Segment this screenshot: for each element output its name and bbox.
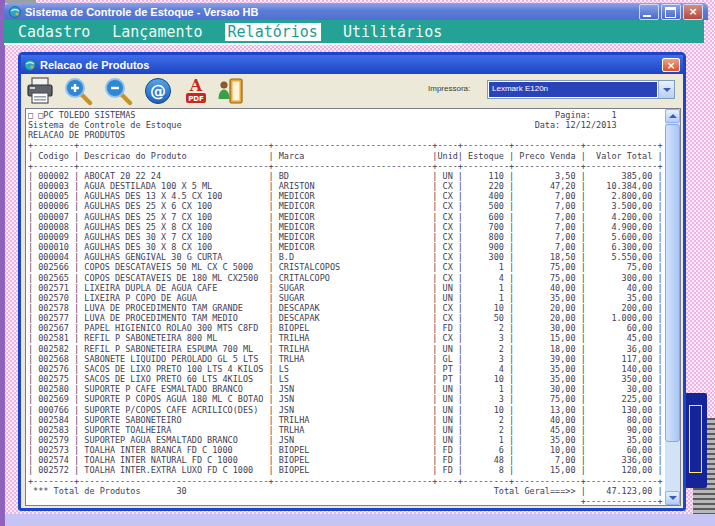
background-navy-panel-button: [689, 405, 702, 473]
report-window-client: @ A PDF Impressora: Lexmark E120n: [21, 74, 683, 508]
report-window-titlebar[interactable]: Relacao de Produtos ×: [21, 55, 683, 74]
scroll-up-button[interactable]: [665, 109, 680, 123]
exit-button[interactable]: [215, 76, 245, 106]
report-close-icon: ×: [663, 59, 679, 72]
menu-item-relatorios[interactable]: Relatórios: [225, 23, 321, 41]
email-icon: @: [143, 76, 173, 106]
printer-label: Impressora:: [428, 84, 470, 93]
background-navy-panel: [685, 393, 707, 488]
report-close-button[interactable]: ×: [662, 58, 680, 72]
scroll-down-button[interactable]: [665, 491, 680, 505]
svg-text:@: @: [150, 82, 166, 101]
print-button[interactable]: [25, 76, 55, 106]
report-window-title: Relacao de Produtos: [40, 59, 149, 71]
minimize-button[interactable]: [639, 4, 659, 20]
pdf-button[interactable]: A PDF: [183, 76, 209, 106]
menu-bar: Cadastro Lançamento Relatórios Utilitári…: [4, 20, 704, 43]
app-icon: [9, 6, 21, 18]
zoom-out-icon: [103, 76, 133, 106]
exit-icon: [215, 76, 245, 106]
menu-underline: [4, 43, 462, 45]
pdf-icon: A PDF: [183, 76, 209, 106]
report-window: Relacao de Produtos ×: [18, 52, 686, 511]
background-bottom-bar: [5, 514, 715, 526]
zoom-in-icon: [63, 76, 93, 106]
scroll-down-icon: [669, 496, 677, 500]
report-text: □ □PC TOLEDO SISTEMAS Pagina: 1 Sistema …: [28, 110, 663, 506]
svg-text:A: A: [189, 76, 203, 95]
menu-item-lancamento[interactable]: Lançamento: [112, 23, 202, 41]
menu-item-cadastro[interactable]: Cadastro: [18, 23, 90, 41]
printer-select[interactable]: Lexmark E120n: [487, 80, 675, 99]
background-purple-strip: [0, 0, 5, 526]
email-button[interactable]: @: [143, 76, 173, 106]
close-icon: ×: [684, 5, 702, 18]
menu-item-utilitarios[interactable]: Utilitários: [343, 23, 442, 41]
maximize-button[interactable]: [661, 4, 681, 20]
report-preview: □ □PC TOLEDO SISTEMAS Pagina: 1 Sistema …: [25, 108, 681, 506]
printer-icon: [25, 76, 55, 106]
printer-selected-value: Lexmark E120n: [489, 82, 657, 97]
maximize-icon: [665, 7, 676, 18]
printer-select-arrow-button[interactable]: [658, 81, 674, 98]
report-scrollbar[interactable]: [665, 109, 680, 505]
svg-text:PDF: PDF: [188, 95, 204, 103]
close-button[interactable]: ×: [683, 4, 703, 20]
zoom-in-button[interactable]: [63, 76, 93, 106]
report-window-icon: [24, 59, 36, 71]
scrollbar-thumb[interactable]: [665, 124, 680, 442]
app-titlebar[interactable]: Sistema de Controle de Estoque - Versao …: [4, 3, 708, 20]
app-title: Sistema de Controle de Estoque - Versao …: [25, 6, 259, 18]
chevron-down-icon: [663, 88, 671, 92]
scroll-up-icon: [669, 114, 677, 118]
zoom-out-button[interactable]: [103, 76, 133, 106]
minimize-icon: [643, 15, 651, 17]
